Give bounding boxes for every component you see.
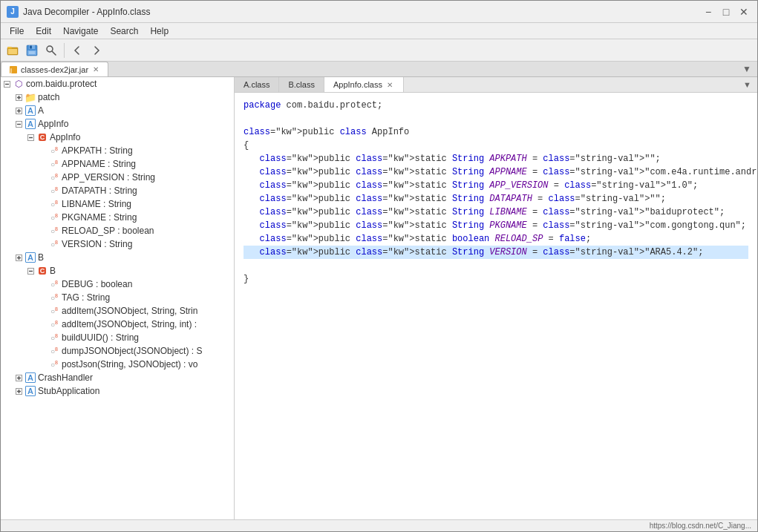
icon-B-class: C: [36, 265, 48, 277]
tree-expand-B-class[interactable]: [24, 265, 36, 277]
close-button[interactable]: ✕: [736, 4, 751, 19]
tree-item-LIBNAME[interactable]: ○8LIBNAME : String: [1, 197, 234, 211]
icon-PKGNAME: ○8: [48, 211, 60, 223]
tree-item-DATAPATH[interactable]: ○8DATAPATH : String: [1, 184, 234, 197]
tab-b-label: B.class: [288, 80, 314, 89]
file-tab-classes[interactable]: j classes-dex2jar.jar ✕: [1, 62, 108, 76]
tree-item-PKGNAME[interactable]: ○8PKGNAME : String: [1, 211, 234, 224]
tree-expand-APKPATH: [36, 145, 48, 157]
icon-AppInfo-pkg: A: [24, 118, 36, 130]
tree-expand-A-pkg[interactable]: [13, 105, 24, 116]
tree-expand-AppInfo-pkg[interactable]: [13, 118, 24, 130]
tree-item-DEBUG[interactable]: ○8DEBUG : boolean: [1, 278, 234, 291]
minimize-button[interactable]: −: [701, 4, 716, 19]
tree-expand-B-pkg[interactable]: [13, 252, 24, 263]
tree-item-RELOAD_SP[interactable]: ○8RELOAD_SP : boolean: [1, 224, 234, 237]
window-title: Java Decompiler - AppInfo.class: [23, 7, 150, 17]
tree-item-TAG[interactable]: ○8TAG : String: [1, 291, 234, 304]
icon-CrashHandler: A: [24, 372, 36, 384]
tab-appinfo-close[interactable]: ✕: [385, 81, 394, 89]
code-tab-dropdown[interactable]: ▼: [737, 77, 757, 92]
label-TAG: TAG : String: [62, 292, 110, 303]
tree-item-AppInfo-pkg[interactable]: AAppInfo: [1, 117, 234, 131]
tree-item-APP_VERSION[interactable]: ○8APP_VERSION : String: [1, 171, 234, 184]
label-buildUUID: buildUUID() : String: [62, 332, 139, 343]
icon-LIBNAME: ○8: [48, 198, 60, 210]
status-text: https://blog.csdn.net/C_Jiang...: [650, 522, 751, 530]
code-line: class="kw">public class AppInfo: [244, 127, 409, 137]
tab-dropdown-arrow[interactable]: ▼: [736, 62, 757, 76]
file-tab-label: classes-dex2jar.jar: [21, 65, 88, 74]
code-line: }: [244, 274, 249, 284]
code-line: class="kw">public class="kw">static Stri…: [244, 167, 757, 177]
label-VERSION: VERSION : String: [62, 239, 132, 249]
label-DEBUG: DEBUG : boolean: [62, 279, 132, 289]
tree-item-addItem2[interactable]: ○8addItem(JSONObject, String, int) :: [1, 318, 234, 331]
code-line: class="kw">public class="kw">static Stri…: [244, 154, 661, 164]
icon-patch: 📁: [24, 91, 36, 103]
tree-item-APKPATH[interactable]: ○8APKPATH : String: [1, 144, 234, 157]
tree-item-A-pkg[interactable]: AA: [1, 104, 234, 117]
icon-StubApplication: A: [24, 385, 36, 397]
tree-expand-StubApplication[interactable]: [13, 385, 24, 397]
forward-button[interactable]: [88, 42, 105, 59]
code-line: class="kw">public class="kw">static Stri…: [244, 207, 725, 217]
tree-item-AppInfo-class[interactable]: CAppInfo: [1, 131, 234, 144]
tree-expand-AppInfo-class[interactable]: [24, 131, 36, 143]
tree-item-dumpJSONObject[interactable]: ○8dumpJSONObject(JSONObject) : S: [1, 344, 234, 358]
tree-item-postJson[interactable]: ○8postJson(String, JSONObject) : vo: [1, 358, 234, 371]
tree-container: ⬡com.baidu.protect📁patchAAAAppInfoCAppIn…: [1, 77, 234, 398]
tab-b-class[interactable]: B.class: [279, 77, 324, 92]
app-icon: J: [7, 6, 19, 18]
label-DATAPATH: DATAPATH : String: [62, 185, 137, 196]
tree-expand-DEBUG: [36, 278, 48, 290]
label-LIBNAME: LIBNAME : String: [62, 199, 131, 209]
file-tab-close[interactable]: ✕: [91, 65, 100, 73]
tree-item-StubApplication[interactable]: AStubApplication: [1, 384, 234, 398]
label-dumpJSONObject: dumpJSONObject(JSONObject) : S: [62, 346, 202, 356]
tree-item-B-class[interactable]: CB: [1, 264, 234, 278]
tree-expand-VERSION: [36, 238, 48, 250]
tree-expand-root[interactable]: [1, 78, 13, 90]
label-B-class: B: [50, 266, 56, 276]
menu-navigate[interactable]: Navigate: [57, 24, 104, 38]
tree-item-CrashHandler[interactable]: ACrashHandler: [1, 371, 234, 384]
title-bar: J Java Decompiler - AppInfo.class − □ ✕: [1, 1, 757, 23]
tree-expand-APPNAME: [36, 158, 48, 170]
menu-search[interactable]: Search: [104, 24, 144, 38]
icon-VERSION: ○8: [48, 238, 60, 250]
open-button[interactable]: [4, 42, 22, 59]
menu-help[interactable]: Help: [144, 24, 174, 38]
content-area: ⬡com.baidu.protect📁patchAAAAppInfoCAppIn…: [1, 77, 757, 519]
icon-A-pkg: A: [24, 105, 36, 116]
label-A-pkg: A: [38, 105, 44, 116]
tree-expand-patch[interactable]: [13, 91, 24, 103]
tree-expand-addItem2: [36, 318, 48, 330]
window-controls: − □ ✕: [701, 4, 751, 19]
tab-a-label: A.class: [244, 80, 269, 89]
menu-edit[interactable]: Edit: [30, 24, 57, 38]
icon-B-pkg: A: [24, 252, 36, 263]
tree-item-B-pkg[interactable]: AB: [1, 251, 234, 264]
tree-expand-dumpJSONObject: [36, 345, 48, 357]
menu-file[interactable]: File: [4, 24, 30, 38]
tree-expand-CrashHandler[interactable]: [13, 372, 24, 384]
label-postJson: postJson(String, JSONObject) : vo: [62, 359, 197, 370]
tree-item-buildUUID[interactable]: ○8buildUUID() : String: [1, 331, 234, 344]
tree-item-root[interactable]: ⬡com.baidu.protect: [1, 77, 234, 91]
icon-DEBUG: ○8: [48, 278, 60, 290]
search-icon-btn[interactable]: [42, 42, 60, 59]
tree-item-addItem1[interactable]: ○8addItem(JSONObject, String, Strin: [1, 304, 234, 318]
tab-appinfo-class[interactable]: AppInfo.class ✕: [324, 77, 404, 92]
code-editor[interactable]: package com.baidu.protect; class="kw">pu…: [235, 93, 757, 519]
tree-expand-addItem1: [36, 305, 48, 317]
save-button[interactable]: [23, 42, 41, 59]
tab-a-class[interactable]: A.class: [235, 77, 279, 92]
back-button[interactable]: [68, 42, 86, 59]
code-line: class="kw">public class="kw">static Stri…: [244, 180, 698, 191]
tree-item-APPNAME[interactable]: ○8APPNAME : String: [1, 157, 234, 171]
tree-item-VERSION[interactable]: ○8VERSION : String: [1, 237, 234, 251]
file-tab-bar: j classes-dex2jar.jar ✕ ▼: [1, 62, 757, 77]
maximize-button[interactable]: □: [719, 4, 734, 19]
tree-item-patch[interactable]: 📁patch: [1, 91, 234, 104]
